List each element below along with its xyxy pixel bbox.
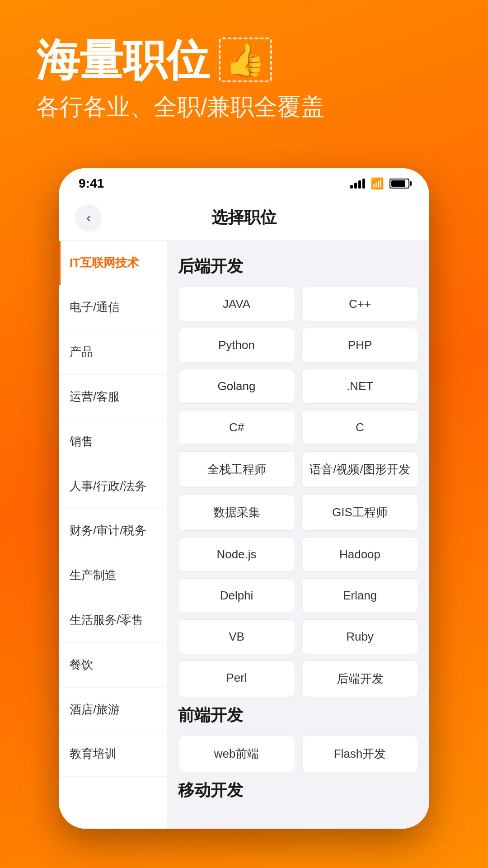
thumb-up-icon: 👍 — [219, 38, 272, 82]
job-tag-erlang[interactable]: Erlang — [301, 578, 418, 613]
nav-title: 选择职位 — [102, 207, 386, 229]
job-grid-frontend: web前端 Flash开发 — [178, 736, 418, 772]
job-tag-dotnet[interactable]: .NET — [301, 369, 418, 404]
job-tag-avg[interactable]: 语音/视频/图形开发 — [301, 451, 418, 488]
sidebar-item-manufacturing[interactable]: 生产制造 — [59, 553, 167, 598]
job-tag-perl[interactable]: Perl — [178, 660, 295, 697]
back-button[interactable]: ‹ — [75, 204, 102, 231]
job-tag-golang[interactable]: Golang — [178, 369, 295, 404]
nav-bar: ‹ 选择职位 — [59, 195, 429, 241]
sidebar-item-it[interactable]: IT互联网技术 — [59, 241, 167, 286]
job-tag-ruby[interactable]: Ruby — [301, 619, 418, 654]
job-tag-php[interactable]: PHP — [301, 328, 418, 363]
hero-title: 海量职位 👍 — [36, 36, 272, 84]
sidebar-item-product[interactable]: 产品 — [59, 330, 167, 375]
job-tag-cpp[interactable]: C++ — [301, 287, 418, 321]
signal-icon — [350, 179, 365, 189]
job-tag-nodejs[interactable]: Node.js — [178, 537, 295, 572]
job-grid-backend: JAVA C++ Python PHP Golang .NET C# C 全栈工… — [178, 287, 418, 697]
job-tag-datacollect[interactable]: 数据采集 — [178, 494, 295, 531]
sidebar-item-life-service[interactable]: 生活服务/零售 — [59, 598, 167, 643]
sidebar-item-food[interactable]: 餐饮 — [59, 643, 167, 688]
sidebar-item-hotel[interactable]: 酒店/旅游 — [59, 688, 167, 732]
job-tag-delphi[interactable]: Delphi — [178, 578, 295, 613]
hero-title-text: 海量职位 — [36, 36, 210, 84]
job-tag-hadoop[interactable]: Hadoop — [301, 537, 418, 572]
job-tag-c[interactable]: C — [301, 410, 418, 445]
sidebar-item-sales[interactable]: 销售 — [59, 420, 167, 464]
job-tag-backend[interactable]: 后端开发 — [301, 660, 418, 697]
battery-icon — [389, 179, 409, 189]
wifi-icon: 📶 — [371, 177, 384, 190]
hero-section: 海量职位 👍 各行各业、全职/兼职全覆盖 — [0, 0, 488, 150]
job-tag-java[interactable]: JAVA — [178, 287, 295, 321]
job-tag-gis[interactable]: GIS工程师 — [301, 494, 418, 531]
status-bar: 9:41 📶 — [59, 168, 429, 195]
sidebar-item-operations[interactable]: 运营/客服 — [59, 375, 167, 420]
sidebar-item-finance[interactable]: 财务/审计/税务 — [59, 509, 167, 553]
back-chevron-icon: ‹ — [86, 211, 90, 225]
sidebar-item-electronics[interactable]: 电子/通信 — [59, 285, 167, 330]
status-time: 9:41 — [79, 176, 104, 191]
section-title-mobile: 移动开发 — [178, 779, 418, 802]
job-tag-csharp[interactable]: C# — [178, 410, 295, 445]
sidebar: IT互联网技术 电子/通信 产品 运营/客服 销售 人事/行政/法务 财务/审计… — [59, 241, 167, 829]
phone-frame: 9:41 📶 ‹ 选择职位 IT互联网技术 电子/通信 产品 — [59, 168, 429, 829]
job-tag-fullstack[interactable]: 全栈工程师 — [178, 451, 295, 488]
job-tag-web-frontend[interactable]: web前端 — [178, 736, 295, 772]
sidebar-item-education[interactable]: 教育培训 — [59, 732, 167, 777]
job-content: 后端开发 JAVA C++ Python PHP Golang .NET C# … — [167, 241, 429, 829]
section-title-backend: 后端开发 — [178, 255, 418, 278]
job-tag-vb[interactable]: VB — [178, 619, 295, 654]
content-area: IT互联网技术 电子/通信 产品 运营/客服 销售 人事/行政/法务 财务/审计… — [59, 241, 429, 829]
status-icons: 📶 — [350, 177, 409, 190]
job-tag-flash[interactable]: Flash开发 — [301, 736, 418, 772]
hero-subtitle: 各行各业、全职/兼职全覆盖 — [36, 91, 324, 123]
sidebar-item-hr[interactable]: 人事/行政/法务 — [59, 464, 167, 509]
job-tag-python[interactable]: Python — [178, 328, 295, 363]
section-title-frontend: 前端开发 — [178, 704, 418, 726]
